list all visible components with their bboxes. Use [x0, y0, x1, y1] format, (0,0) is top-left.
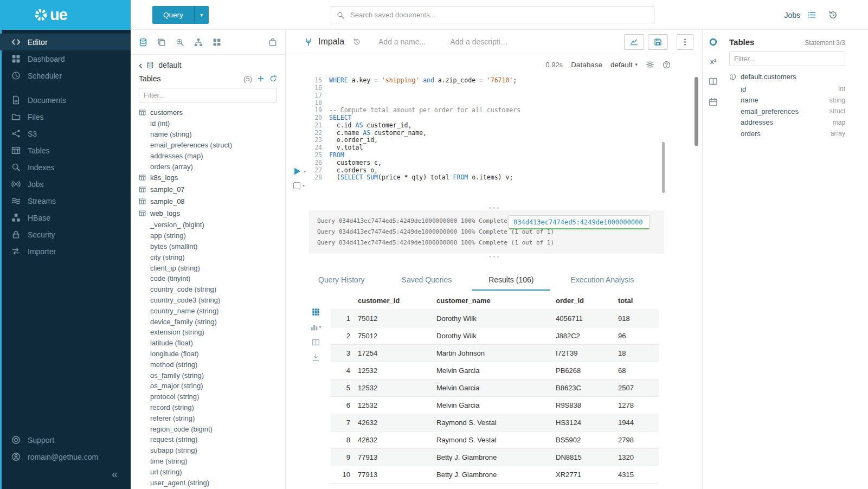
table-row[interactable]: 612532Melvin GarciaR9S8381278 — [331, 397, 659, 414]
column-item[interactable]: device_family (string) — [139, 316, 285, 327]
table-row[interactable]: 317254Martin JohnsonI72T3918 — [331, 345, 659, 362]
language-reference-icon[interactable] — [709, 77, 718, 86]
sidebar-item-security[interactable]: Security — [0, 226, 131, 243]
table-row[interactable]: 1077913Betty J. GiambroneXR27714315 — [331, 466, 659, 484]
settings-gear-icon[interactable] — [646, 60, 654, 69]
jobs-link[interactable]: Jobs — [784, 11, 800, 20]
query-name-field[interactable]: Add a name... — [378, 37, 426, 46]
resize-handle-bottom[interactable] — [286, 254, 702, 259]
right-assist-column-id[interactable]: idint — [741, 83, 845, 95]
column-item[interactable]: addresses (map) — [139, 150, 285, 161]
column-header-customer-id[interactable]: customer_id — [358, 293, 436, 310]
sidebar-item-jobs[interactable]: Jobs — [0, 176, 131, 192]
functions-icon[interactable]: x² — [710, 58, 717, 66]
column-item[interactable]: longitude (float) — [139, 349, 285, 359]
column-item[interactable]: os_family (string) — [139, 370, 285, 381]
table-row[interactable]: 175012Dorothy Wilk4056711918 — [331, 310, 659, 327]
column-item[interactable]: client_ip (string) — [139, 262, 285, 273]
column-header-order-id[interactable]: order_id — [556, 293, 618, 310]
table-row[interactable]: 412532Melvin GarciaPB626868 — [331, 362, 659, 379]
chart-view-control[interactable]: ▾ — [310, 323, 322, 331]
column-item[interactable]: extension (string) — [139, 327, 285, 338]
grid-view-icon[interactable] — [312, 308, 320, 316]
column-item[interactable]: app (string) — [139, 230, 285, 241]
query-description-field[interactable]: Add a descriptio... — [450, 37, 511, 46]
sidebar-item-streams[interactable]: Streams — [0, 192, 131, 209]
query-button[interactable]: Query ▾ — [152, 6, 209, 24]
history-icon[interactable] — [828, 10, 838, 20]
add-table-icon[interactable] — [257, 75, 265, 82]
back-chevron-icon[interactable]: ‹ — [139, 61, 142, 69]
query-history-icon[interactable] — [353, 38, 361, 46]
column-item[interactable]: latitude (float) — [139, 338, 285, 349]
tab-query-history[interactable]: Query History — [302, 272, 381, 291]
collections-source-icon[interactable] — [268, 38, 277, 47]
column-item[interactable]: url (string) — [139, 466, 285, 477]
tab-results-106[interactable]: Results (106) — [472, 272, 550, 291]
sidebar-item-documents[interactable]: Documents — [0, 92, 131, 108]
column-item[interactable]: referer (string) — [139, 413, 285, 423]
sidebar-collapse-button[interactable]: « — [112, 468, 118, 480]
table-row[interactable]: 275012Dorothy WilkJ882C296 — [331, 327, 659, 345]
column-item[interactable]: request (string) — [139, 434, 285, 445]
table-item-web-logs[interactable]: web_logs — [139, 208, 285, 220]
column-item[interactable]: country_code3 (string) — [139, 295, 285, 306]
sidebar-item-hbase[interactable]: HBase — [0, 209, 131, 226]
hue-logo[interactable]: ue — [0, 0, 131, 30]
column-item[interactable]: bytes (smallint) — [139, 241, 285, 252]
column-item[interactable]: time (string) — [139, 456, 285, 467]
indexes-source-icon[interactable] — [176, 38, 184, 47]
column-item[interactable]: country_name (string) — [139, 305, 285, 316]
sidebar-item-importer[interactable]: Importer — [0, 243, 131, 260]
editor-code[interactable]: WHERE a.key = 'shipping' and a.zip_code … — [322, 77, 520, 205]
column-item[interactable]: record (string) — [139, 402, 285, 413]
statement-selector[interactable]: ▾ — [293, 182, 305, 189]
column-item[interactable]: os_major (string) — [139, 381, 285, 391]
sidebar-item-files[interactable]: Files — [0, 108, 131, 125]
resize-handle-top[interactable] — [286, 205, 702, 210]
query-button-caret-icon[interactable]: ▾ — [194, 6, 209, 24]
execute-button[interactable] — [292, 166, 302, 176]
right-assist-column-orders[interactable]: ordersarray — [741, 128, 845, 139]
table-filter-input[interactable] — [139, 88, 277, 102]
save-button[interactable] — [648, 34, 668, 50]
right-assist-column-email-preferences[interactable]: email_preferencesstruct — [741, 106, 845, 117]
column-item[interactable]: country_code (string) — [139, 284, 285, 295]
tab-saved-queries[interactable]: Saved Queries — [385, 272, 468, 291]
column-item[interactable]: email_preferences (struct) — [139, 140, 285, 151]
sidebar-item-dashboard[interactable]: Dashboard — [0, 50, 131, 67]
right-assist-column-name[interactable]: namestring — [741, 95, 845, 106]
table-item-k8s-logs[interactable]: k8s_logs — [139, 172, 285, 184]
execute-caret-icon[interactable]: ▾ — [304, 169, 306, 174]
sidebar-item-s3[interactable]: S3 — [0, 125, 131, 142]
download-results-icon[interactable] — [312, 353, 320, 362]
column-item[interactable]: orders (array) — [139, 161, 285, 172]
breadcrumb[interactable]: default — [158, 61, 181, 69]
column-item[interactable]: user_agent (string) — [139, 477, 285, 488]
column-item[interactable]: name (string) — [139, 129, 285, 140]
table-row[interactable]: 977913Betty J. GiambroneDN88151320 — [331, 449, 659, 466]
help-icon[interactable] — [663, 61, 671, 69]
info-icon[interactable] — [729, 73, 736, 80]
page-scrollbar[interactable] — [695, 77, 698, 146]
editor-scrollbar[interactable] — [662, 142, 665, 193]
sidebar-item-scheduler[interactable]: Scheduler — [0, 67, 131, 84]
databases-source-icon[interactable] — [139, 38, 147, 47]
column-item[interactable]: region_code (bigint) — [139, 423, 285, 434]
column-item[interactable]: code (tinyint) — [139, 273, 285, 284]
database-select[interactable]: default ▾ — [610, 61, 638, 69]
query-id-text[interactable]: 034d413ec7474ed5:4249de1000000000 — [513, 218, 642, 226]
column-item[interactable]: protocol (string) — [139, 391, 285, 402]
hdfs-source-icon[interactable] — [194, 38, 203, 47]
sidebar-item-support[interactable]: Support — [0, 432, 131, 448]
column-item[interactable]: method (string) — [139, 359, 285, 370]
insights-ring-icon[interactable] — [709, 37, 718, 47]
table-item-sample-08[interactable]: sample_08 — [139, 196, 285, 208]
sidebar-item-romain-gethue-com[interactable]: romain@gethue.com — [0, 448, 131, 465]
schedule-icon[interactable] — [709, 98, 718, 107]
sidebar-item-indexes[interactable]: Indexes — [0, 159, 131, 176]
column-header-total[interactable]: total — [618, 293, 659, 310]
documents-source-icon[interactable] — [157, 38, 166, 47]
table-row[interactable]: 742632Raymond S. VestalHS31241944 — [331, 414, 659, 432]
column-item[interactable]: _version_ (bigint) — [139, 220, 285, 230]
